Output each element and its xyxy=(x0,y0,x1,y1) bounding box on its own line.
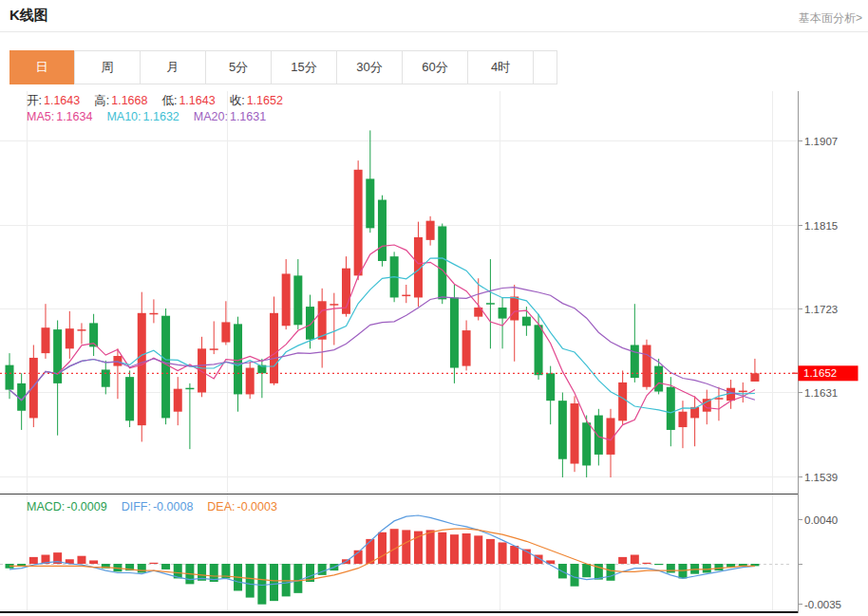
main-y-axis-label: 1.1539 xyxy=(804,472,838,483)
candle-body xyxy=(174,389,182,412)
macd-bar xyxy=(77,556,85,564)
candle-body xyxy=(29,358,38,418)
candle-body xyxy=(462,330,471,366)
candle-body xyxy=(77,329,85,331)
candle-body xyxy=(499,308,507,319)
macd-bar xyxy=(510,546,519,564)
ma-legend-item: MA20:1.1631 xyxy=(194,110,266,123)
macd-legend-item: DEA:-0.0003 xyxy=(207,500,277,513)
candle-body xyxy=(293,275,302,325)
candle-body xyxy=(53,329,62,383)
macd-legend: MACD:-0.0009DIFF:-0.0008DEA:-0.0003 xyxy=(27,500,292,513)
candle-body xyxy=(522,317,531,327)
candle-body xyxy=(210,348,218,350)
main-y-axis-label: 1.1631 xyxy=(804,387,838,399)
macd-bar xyxy=(499,542,507,564)
macd-legend-item: DIFF:-0.0008 xyxy=(122,500,194,513)
macd-bar xyxy=(426,530,435,564)
ma-legend-item: MA10:1.1632 xyxy=(106,110,179,123)
candle-body xyxy=(138,313,146,425)
macd-bar xyxy=(257,564,266,605)
macd-bar xyxy=(29,557,38,564)
candle-body xyxy=(438,226,446,299)
macd-bar xyxy=(402,530,410,564)
macd-bar xyxy=(678,564,687,578)
candle-body xyxy=(486,303,495,305)
candle-body xyxy=(246,368,255,395)
candle-body xyxy=(318,301,327,339)
candle-body xyxy=(161,316,170,419)
macd-bar xyxy=(714,564,723,570)
candle-body xyxy=(582,422,591,465)
macd-bar xyxy=(138,564,146,572)
candle-body xyxy=(594,416,603,455)
candle-body xyxy=(113,356,122,366)
ohlc-legend-item: 收:1.1652 xyxy=(230,93,283,109)
macd-bar xyxy=(438,532,446,564)
candle-body xyxy=(510,296,519,320)
macd-bar xyxy=(474,535,482,564)
macd-bar xyxy=(246,564,255,598)
macd-bar xyxy=(378,532,387,564)
macd-bar xyxy=(282,564,291,596)
macd-bar xyxy=(161,564,170,569)
macd-bar xyxy=(390,529,399,564)
candle-body xyxy=(618,383,627,420)
macd-bar xyxy=(631,555,639,564)
macd-bar xyxy=(486,539,495,564)
macd-legend-item: MACD:-0.0009 xyxy=(27,500,107,513)
candle-body xyxy=(282,273,291,326)
candle-body xyxy=(558,401,567,459)
macd-bar xyxy=(293,564,302,593)
ma-legend-item: MA5:1.1634 xyxy=(27,110,92,123)
macd-bar xyxy=(642,563,651,564)
candle-body xyxy=(450,297,459,367)
candle-body xyxy=(678,412,687,427)
macd-bar xyxy=(450,534,459,564)
candle-body xyxy=(41,327,49,353)
candle-body xyxy=(330,304,338,306)
current-price-badge-label: 1.1652 xyxy=(803,367,837,379)
macd-bar xyxy=(667,564,675,572)
ohlc-legend-item: 开:1.1643 xyxy=(27,93,80,109)
ohlc-legend: 开:1.1643高:1.1668低:1.1643收:1.1652 xyxy=(27,93,297,109)
candle-body xyxy=(739,391,747,393)
candle-body xyxy=(125,377,134,420)
kline-page: K线图 基本面分析> 日周月5分15分30分60分4时 开:1.1643高:1.… xyxy=(0,0,868,616)
candle-body xyxy=(6,365,14,390)
candle-body xyxy=(535,325,543,375)
macd-bar xyxy=(618,557,627,564)
candle-body xyxy=(306,307,314,340)
macd-y-axis-label: 0.0040 xyxy=(804,514,838,526)
candle-body xyxy=(546,373,555,401)
candle-body xyxy=(354,170,363,276)
candle-body xyxy=(221,322,230,342)
main-y-axis-label: 1.1815 xyxy=(804,220,838,232)
candle-body xyxy=(654,366,663,392)
ma10-line xyxy=(9,258,755,413)
macd-y-axis-label: -0.0035 xyxy=(804,599,841,610)
candle-body xyxy=(378,200,387,261)
macd-bar xyxy=(654,564,663,565)
main-y-axis-label: 1.1907 xyxy=(804,136,838,147)
ma5-line xyxy=(9,245,755,440)
candle-body xyxy=(149,313,158,315)
macd-bar xyxy=(89,560,98,564)
candle-body xyxy=(426,221,435,240)
macd-bar xyxy=(607,564,615,581)
macd-bar xyxy=(571,564,579,587)
candle-body xyxy=(642,345,651,386)
macd-bar xyxy=(582,564,591,577)
macd-bar xyxy=(366,539,374,564)
main-y-axis-label: 1.1723 xyxy=(804,304,838,315)
candle-body xyxy=(667,387,675,430)
ma-legend: MA5:1.1634MA10:1.1632MA20:1.1631 xyxy=(27,110,280,123)
candle-body xyxy=(750,373,759,382)
candle-body xyxy=(366,178,374,228)
macd-bar xyxy=(270,564,278,601)
ohlc-legend-item: 低:1.1643 xyxy=(161,93,215,109)
candle-body xyxy=(198,348,206,392)
ohlc-legend-item: 高:1.1668 xyxy=(94,93,147,109)
candle-body xyxy=(571,403,579,463)
candle-body xyxy=(102,369,110,386)
